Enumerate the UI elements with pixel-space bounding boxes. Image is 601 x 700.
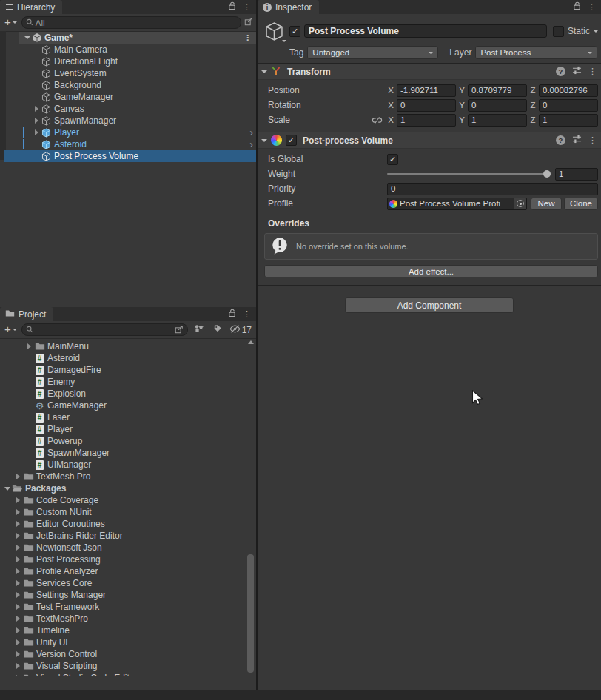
menu-kebab-icon[interactable]: ⋮ bbox=[588, 3, 596, 11]
weight-slider[interactable] bbox=[387, 168, 551, 180]
tab-hierarchy[interactable]: Hierarchy bbox=[0, 0, 62, 14]
foldout-collapsed-icon[interactable] bbox=[14, 474, 22, 479]
menu-kebab-icon[interactable]: ⋮ bbox=[244, 34, 252, 42]
rotation-y-field[interactable]: 0 bbox=[468, 99, 527, 112]
foldout-collapsed-icon[interactable] bbox=[14, 521, 22, 527]
hierarchy-item[interactable]: GameManager bbox=[0, 91, 256, 103]
project-item[interactable]: #SpawnManager bbox=[0, 447, 256, 459]
hierarchy-search-input[interactable]: All bbox=[21, 16, 241, 29]
foldout-collapsed-icon[interactable] bbox=[33, 129, 41, 135]
project-item[interactable]: TextMeshPro bbox=[0, 613, 256, 625]
project-item[interactable]: #Enemy bbox=[0, 376, 256, 388]
search-by-label-icon[interactable] bbox=[210, 324, 225, 335]
foldout-collapsed-icon[interactable] bbox=[14, 651, 22, 657]
add-component-button[interactable]: Add Component bbox=[345, 297, 514, 313]
project-item[interactable]: #UIManager bbox=[0, 459, 256, 471]
priority-field[interactable]: 0 bbox=[387, 183, 598, 195]
hierarchy-item[interactable]: EventSystem bbox=[0, 67, 256, 79]
foldout-expanded-icon[interactable] bbox=[3, 487, 11, 491]
foldout-expanded-icon[interactable] bbox=[23, 36, 31, 39]
pick-window-icon[interactable] bbox=[175, 325, 184, 335]
menu-kebab-icon[interactable]: ⋮ bbox=[588, 67, 597, 75]
object-picker-button[interactable] bbox=[514, 198, 526, 209]
project-item[interactable]: Version Control bbox=[0, 648, 256, 660]
tab-inspector[interactable]: i Inspector bbox=[258, 0, 319, 14]
gameobject-icon[interactable] bbox=[262, 20, 286, 42]
static-checkbox[interactable] bbox=[553, 26, 564, 37]
gameobject-name-field[interactable] bbox=[304, 24, 547, 38]
project-item[interactable]: #Powerup bbox=[0, 435, 256, 447]
menu-kebab-icon[interactable]: ⋮ bbox=[243, 310, 251, 318]
search-by-type-icon[interactable] bbox=[191, 324, 207, 335]
project-item[interactable]: Newtonsoft Json bbox=[0, 542, 256, 553]
position-x-field[interactable]: -1.902711 bbox=[397, 84, 456, 97]
hierarchy-item[interactable]: Main Camera bbox=[0, 44, 256, 55]
project-item[interactable]: MainMenu bbox=[0, 340, 256, 352]
foldout-collapsed-icon[interactable] bbox=[14, 604, 22, 610]
rotation-x-field[interactable]: 0 bbox=[397, 99, 456, 112]
lock-icon[interactable] bbox=[228, 1, 236, 13]
foldout-collapsed-icon[interactable] bbox=[14, 556, 22, 562]
layer-dropdown[interactable]: Post Process bbox=[475, 46, 597, 59]
hierarchy-item[interactable]: SpawnManager bbox=[0, 115, 256, 127]
project-item[interactable]: Profile Analyzer bbox=[0, 565, 256, 577]
project-item[interactable]: #DamagedFire bbox=[0, 364, 256, 376]
project-item[interactable]: #Asteroid bbox=[0, 352, 256, 364]
foldout-collapsed-icon[interactable] bbox=[14, 533, 22, 539]
project-item[interactable]: Post Processing bbox=[0, 553, 256, 565]
hierarchy-item[interactable]: Post Process Volume bbox=[0, 150, 256, 162]
foldout-collapsed-icon[interactable] bbox=[14, 545, 22, 551]
position-z-field[interactable]: 0.00082796 bbox=[539, 84, 598, 97]
foldout-collapsed-icon[interactable] bbox=[14, 663, 22, 669]
foldout-expanded-icon[interactable] bbox=[261, 139, 267, 142]
hierarchy-item[interactable]: Player› bbox=[0, 127, 256, 138]
project-item[interactable]: ⚙GameManager bbox=[0, 400, 256, 411]
active-checkbox[interactable]: ✓ bbox=[289, 26, 300, 37]
create-add-button[interactable]: + bbox=[3, 325, 19, 334]
project-item[interactable]: Custom NUnit bbox=[0, 506, 256, 518]
position-y-field[interactable]: 0.8709779 bbox=[468, 84, 527, 97]
foldout-collapsed-icon[interactable] bbox=[14, 568, 22, 574]
project-item[interactable]: JetBrains Rider Editor bbox=[0, 530, 256, 542]
slider-knob[interactable] bbox=[543, 170, 551, 178]
scroll-up-icon[interactable] bbox=[246, 340, 255, 344]
menu-kebab-icon[interactable]: ⋮ bbox=[243, 3, 251, 11]
tab-project[interactable]: Project bbox=[0, 307, 53, 321]
profile-object-field[interactable]: Post Process Volume Profi bbox=[387, 198, 527, 210]
project-item[interactable]: TextMesh Pro bbox=[0, 471, 256, 482]
foldout-collapsed-icon[interactable] bbox=[14, 592, 22, 598]
hierarchy-item[interactable]: Asteroid› bbox=[0, 138, 256, 150]
project-item[interactable]: Editor Coroutines bbox=[0, 518, 256, 530]
help-icon[interactable]: ? bbox=[556, 135, 565, 145]
hierarchy-item[interactable]: Directional Light bbox=[0, 55, 256, 67]
constrain-proportions-icon[interactable] bbox=[372, 116, 383, 124]
prefab-chevron-icon[interactable]: › bbox=[249, 140, 253, 149]
post-process-volume-header[interactable]: ✓ Post-process Volume ? ⋮ bbox=[258, 132, 601, 149]
scale-z-field[interactable]: 1 bbox=[539, 114, 598, 127]
scale-y-field[interactable]: 1 bbox=[468, 114, 527, 127]
project-item[interactable]: Test Framework bbox=[0, 601, 256, 613]
presets-icon[interactable] bbox=[572, 135, 582, 146]
scale-x-field[interactable]: 1 bbox=[397, 114, 456, 127]
foldout-collapsed-icon[interactable] bbox=[14, 497, 22, 503]
rotation-z-field[interactable]: 0 bbox=[539, 99, 598, 112]
scrollbar-thumb[interactable] bbox=[247, 554, 254, 673]
static-dropdown-icon[interactable] bbox=[594, 30, 598, 33]
foldout-collapsed-icon[interactable] bbox=[14, 580, 22, 586]
weight-value-field[interactable]: 1 bbox=[555, 168, 598, 181]
foldout-expanded-icon[interactable] bbox=[261, 70, 267, 73]
transform-header[interactable]: Transform ? ⋮ bbox=[258, 63, 601, 80]
project-item[interactable]: Services Core bbox=[0, 577, 256, 589]
project-item[interactable]: #Explosion bbox=[0, 388, 256, 400]
new-profile-button[interactable]: New bbox=[531, 198, 562, 210]
project-item[interactable]: Unity UI bbox=[0, 636, 256, 648]
project-item[interactable]: Packages bbox=[0, 482, 256, 494]
foldout-collapsed-icon[interactable] bbox=[14, 627, 22, 633]
pick-window-icon[interactable] bbox=[244, 17, 253, 28]
project-item[interactable]: Visual Scripting bbox=[0, 660, 256, 672]
hidden-count-toggle[interactable]: 17 bbox=[228, 325, 253, 335]
project-item[interactable]: Settings Manager bbox=[0, 589, 256, 601]
project-scrollbar[interactable] bbox=[246, 340, 255, 683]
prefab-chevron-icon[interactable]: › bbox=[249, 128, 253, 137]
project-item[interactable]: #Laser bbox=[0, 411, 256, 423]
